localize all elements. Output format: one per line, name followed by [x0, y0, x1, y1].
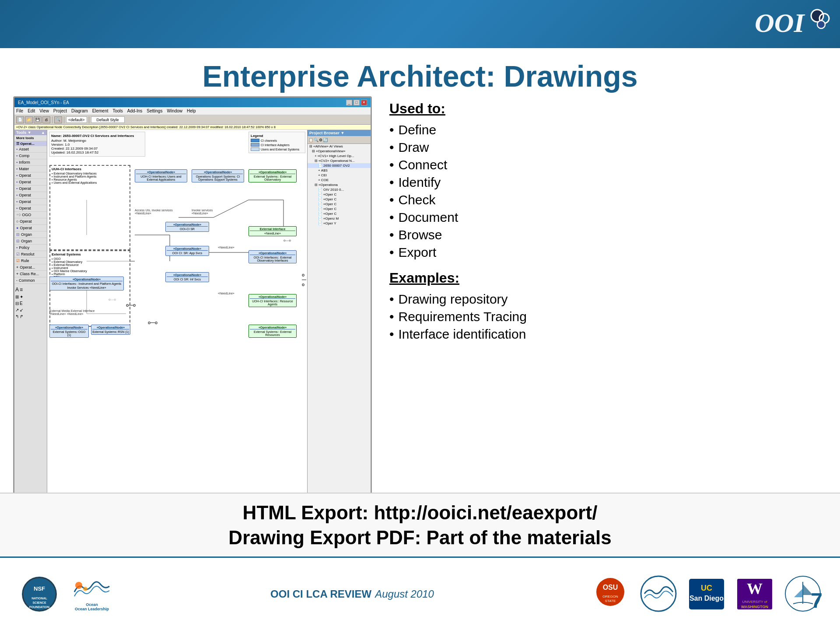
bottom-link-line-1: HTML Export: http://ooici.net/eaexport/	[18, 500, 822, 525]
uuhi-items: • External Observatory Interfaces • Inst…	[52, 172, 128, 184]
menu-tools[interactable]: Tools	[112, 108, 122, 113]
footer-center: OOI CI LCA REVIEW August 2010	[122, 588, 582, 600]
top-bar	[0, 0, 840, 48]
menu-project[interactable]: Project	[53, 108, 67, 113]
left-item-operat8[interactable]: ● Operat	[14, 225, 47, 231]
menu-settings[interactable]: Settings	[147, 108, 162, 113]
node-ext-ogo: «OperationalNode» External Systems::OGO …	[49, 325, 89, 338]
menu-help[interactable]: Help	[187, 108, 196, 113]
node-uoh-users: «OperationalNode» UOH-CI Interfaces::Use…	[135, 169, 187, 182]
toolbar-print[interactable]: 🖨	[42, 116, 50, 123]
menu-window[interactable]: Window	[167, 108, 182, 113]
footer: NSF NATIONAL SCIENCE FOUNDATION Ocean Oc…	[0, 556, 840, 630]
left-item-operat4[interactable]: ▪Operat	[14, 192, 47, 199]
left-item-class[interactable]: +Class Re...	[14, 271, 47, 277]
toolbar-open[interactable]: 📁	[25, 116, 33, 123]
left-item-ogo[interactable]: +9 OGO	[14, 212, 47, 218]
tree-opview[interactable]: ⊟ «OperationalView»	[308, 149, 371, 154]
tree-allview[interactable]: ⊟ «AllView» AI Views	[308, 144, 371, 149]
icon-c2[interactable]: ↱	[20, 314, 23, 319]
used-to-item-connect: Connect	[389, 156, 818, 174]
left-item-operat7[interactable]: ○ Operat	[14, 218, 47, 225]
tree-2650[interactable]: 📄 2650 00007 OV2	[308, 163, 371, 168]
left-item-inform[interactable]: ▪Inform	[14, 159, 47, 166]
node-ext-obs: «OperationalNode» External Systems:: Ext…	[248, 169, 297, 182]
tree-oper-c2[interactable]: 📄 «Oper C	[308, 197, 371, 202]
tree-oper-c5[interactable]: 📄 «Oper C	[308, 211, 371, 216]
access-text: Access UIs, invoke services«NeedLine»	[135, 209, 173, 215]
icon-e[interactable]: E	[20, 301, 23, 306]
tree-cei[interactable]: + CEI	[308, 173, 371, 178]
toolbar-new[interactable]: 📄	[16, 116, 24, 123]
toolbar-save[interactable]: 💾	[34, 116, 42, 123]
menu-diagram[interactable]: Diagram	[71, 108, 88, 113]
left-item-operat6[interactable]: ▪Operat	[14, 205, 47, 212]
pb-icon-2[interactable]: 🔍	[314, 138, 318, 142]
tree-operz[interactable]: 📄 «Operz M	[308, 216, 371, 221]
icon-star[interactable]: ✦	[20, 294, 23, 299]
examples-heading: Examples:	[389, 270, 818, 286]
nsf-circle: NSF NATIONAL SCIENCE FOUNDATION	[22, 577, 57, 612]
toolbar-search[interactable]: 🔍	[54, 116, 62, 123]
left-item-policy[interactable]: ▪Policy	[14, 245, 47, 251]
tree-cv2[interactable]: ⊟ «CV2» Operational N...	[308, 158, 371, 163]
icon-c1[interactable]: ↰	[15, 314, 19, 319]
icon-arrow2[interactable]: ↙	[20, 308, 23, 312]
svg-text:OREGON: OREGON	[602, 595, 618, 598]
icon-grid2[interactable]: ⊟	[15, 301, 19, 306]
maximize-button[interactable]: □	[354, 100, 360, 105]
left-item-operat3[interactable]: ▪Operat	[14, 186, 47, 192]
sep2	[64, 116, 64, 123]
pb-icon-1[interactable]: 📋	[308, 138, 313, 142]
nsf-logo: NSF NATIONAL SCIENCE FOUNDATION	[18, 572, 61, 616]
left-item-organ1[interactable]: ⊟Organ	[14, 231, 47, 238]
tree-coe[interactable]: + COE	[308, 178, 371, 182]
left-item-asset[interactable]: ▪Asset	[14, 146, 47, 153]
oo-symbol-2: o—o	[126, 303, 136, 308]
icon-arrow1[interactable]: ↗	[15, 308, 19, 312]
tree-oiv[interactable]: 📄 OIV 2010 0...	[308, 187, 371, 192]
svg-point-23	[75, 582, 82, 589]
pb-icon-3[interactable]: ⚙	[319, 138, 322, 142]
left-item-comp[interactable]: ▪Comp	[14, 153, 47, 159]
menu-addins[interactable]: Add-Ins	[127, 108, 142, 113]
node-resource-agents: «OperationalNode» UOH-CI Interfaces:: Re…	[248, 294, 297, 307]
project-browser-pin[interactable]: ▼	[341, 131, 345, 135]
tree-oper-c1[interactable]: 📄 «Oper C	[308, 192, 371, 197]
menu-view[interactable]: View	[39, 108, 49, 113]
tree-oper-c4[interactable]: 📄 «Oper C	[308, 206, 371, 211]
diagram-legend: Legend CI channels CI Interface Adapters…	[248, 132, 305, 153]
example-item-requirements: Requirements Tracing	[389, 308, 818, 326]
ea-diagram[interactable]: Name: 2653-00007.OV2 CI Services and Int…	[47, 130, 307, 545]
bottom-link-line-2: Drawing Export PDF: Part of the material…	[18, 525, 822, 550]
legend-item-3: Users and External Systems	[251, 147, 303, 151]
uw-logo: W UNIVERSITY of WASHINGTON	[735, 574, 774, 614]
left-item-operat5[interactable]: ▪Operat	[14, 199, 47, 205]
tree-cv1[interactable]: + «CV1» High Level Op...	[308, 154, 371, 158]
icon-grid1[interactable]: ⊞	[15, 294, 19, 299]
tree-oper-c3[interactable]: 📄 «Oper C	[308, 202, 371, 206]
left-item-operat1[interactable]: ▪Operat	[14, 172, 47, 179]
close-button[interactable]: ✕	[361, 100, 367, 105]
left-item-mater[interactable]: ▪Mater	[14, 166, 47, 172]
left-item-common[interactable]: -Common	[14, 277, 47, 284]
menu-file[interactable]: File	[16, 108, 23, 113]
bottom-icons: A ≡	[14, 286, 47, 294]
left-item-operat-expand[interactable]: +Operat...	[14, 264, 47, 271]
tree-as[interactable]: + A$S	[308, 168, 371, 173]
left-item-organ2[interactable]: ⊟Organ	[14, 238, 47, 245]
tree-operat[interactable]: ⊟ «Operationa	[308, 182, 371, 187]
minimize-button[interactable]: _	[346, 100, 352, 105]
ocean-leadership-container: Ocean Ocean Leadership	[72, 577, 112, 611]
left-item-resolut[interactable]: ☑Resolut	[14, 251, 47, 258]
tree-oper-y[interactable]: 📄 «Oper Y	[308, 221, 371, 226]
menu-edit[interactable]: Edit	[28, 108, 35, 113]
icon-lines[interactable]: ≡	[20, 287, 23, 293]
menu-element[interactable]: Element	[92, 108, 108, 113]
icon-a[interactable]: A	[15, 287, 19, 293]
used-to-item-define: Define	[389, 121, 818, 139]
pb-icon-4[interactable]: 🔄	[323, 138, 328, 142]
svg-text:NATIONAL: NATIONAL	[32, 597, 47, 600]
left-item-operat2[interactable]: ▪Operat	[14, 179, 47, 186]
left-item-rule[interactable]: ☑Rule	[14, 258, 47, 264]
